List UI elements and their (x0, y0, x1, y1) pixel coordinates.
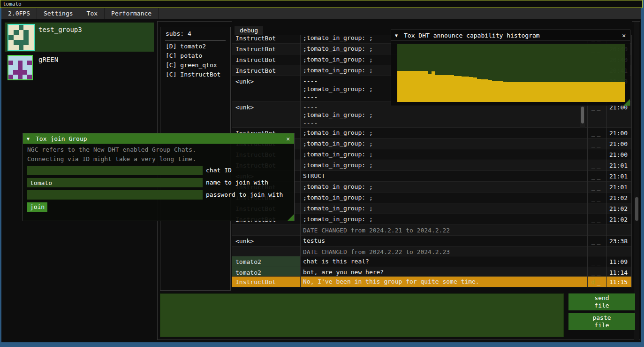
status-flag: _ (597, 194, 603, 201)
avatar-pixel (14, 25, 19, 30)
histogram-bar (488, 80, 492, 102)
histogram-bar (594, 82, 598, 102)
histogram-bar (523, 82, 526, 102)
histogram-bar (401, 71, 405, 102)
avatar-pixel (8, 25, 14, 30)
histogram-bar (564, 82, 568, 102)
chat-scrollbar[interactable] (634, 22, 639, 340)
menu-item-settings[interactable]: Settings (37, 8, 80, 19)
chat-scrollbar-thumb[interactable] (635, 197, 638, 221)
member-item[interactable]: [C] green_qtox (166, 61, 217, 70)
member-item[interactable]: [C] potato (166, 51, 202, 61)
avatar-pixel (18, 56, 23, 61)
histogram-bar (397, 71, 401, 102)
date-change-row[interactable]: DATE CHANGED from 2024.2.21 to 2024.2.22 (232, 225, 632, 236)
avatar-pixel (29, 40, 34, 45)
histogram-bar (503, 82, 507, 102)
message-text: STRUCT (300, 171, 587, 181)
collapse-arrow-icon[interactable]: ▼ (395, 33, 398, 38)
paste-file-button[interactable]: paste file (568, 313, 635, 330)
histogram-bar (485, 79, 488, 102)
message-status-flags: d_ (587, 277, 606, 287)
join-button[interactable]: join (27, 202, 47, 212)
message-status-flags: __ (587, 236, 606, 246)
histogram-bar (591, 82, 594, 102)
avatar-pixel (13, 65, 18, 70)
join-field-name-to-join-with[interactable] (27, 178, 203, 187)
message-sender: tomato2 (232, 256, 300, 267)
menu-item-tox[interactable]: Tox (80, 8, 105, 19)
chat-message-row[interactable]: <unk>testus__23:38 (232, 236, 632, 247)
message-text: ;tomato_in_group: ; (300, 160, 587, 170)
avatar-pixel (19, 45, 24, 50)
close-icon[interactable]: ✕ (622, 32, 626, 39)
status-flag: d (591, 278, 597, 285)
message-input[interactable] (160, 293, 564, 337)
join-field-chat-ID[interactable] (27, 166, 203, 175)
dht-histogram-title-bar[interactable]: ▼ Tox DHT announce capability histogram … (391, 30, 630, 41)
chat-message-row[interactable]: tomato2bot, are you new here?__11:14 (232, 267, 632, 277)
send-file-button[interactable]: send file (568, 293, 635, 310)
avatar-pixel (14, 45, 19, 50)
histogram-bar (538, 82, 541, 102)
histogram-bar (477, 79, 481, 102)
date-change-row[interactable]: DATE CHANGED from 2024.2.22 to 2024.2.23 (232, 247, 632, 256)
histogram-bar (609, 82, 613, 102)
member-item[interactable]: [D] tomato2 (166, 42, 206, 51)
subs-count-label: subs: 4 (166, 30, 191, 37)
group-avatar (8, 24, 35, 51)
avatar-pixel (14, 40, 19, 45)
status-flag: _ (597, 130, 603, 137)
tab-debug[interactable]: debug (235, 26, 263, 35)
histogram-bar (549, 82, 553, 102)
avatar-pixel (23, 65, 27, 70)
avatar-pixel (8, 75, 13, 79)
join-field-label: chat ID (206, 166, 232, 175)
status-flag: _ (591, 194, 597, 201)
avatar-pixel (8, 65, 13, 70)
chat-message-row[interactable]: <unk>---- ;tomato_in_group: ; ----__21:0… (232, 102, 632, 128)
chat-message-row[interactable]: tomato2chat is this real?__11:09 (232, 256, 632, 267)
message-status-flags: __ (587, 267, 606, 276)
window-title-bar[interactable]: tomato (0, 0, 643, 8)
avatar-pixel (14, 35, 19, 40)
join-group-title: Tox join Group (36, 135, 87, 142)
message-sender: InstructBot (232, 54, 300, 65)
group-avatar (8, 55, 33, 80)
status-flag: _ (597, 238, 603, 245)
message-text: ;tomato_in_group: ; (300, 193, 587, 203)
histogram-bar (606, 82, 609, 102)
avatar-pixel (23, 61, 27, 65)
histogram-plot (397, 44, 625, 102)
menu-item-performance[interactable]: Performance (105, 8, 159, 19)
resize-grip-icon[interactable] (623, 99, 630, 106)
collapse-arrow-icon[interactable]: ▼ (27, 136, 30, 141)
avatar-pixel (29, 45, 34, 50)
join-field-label: name to join with (206, 178, 268, 187)
message-sender: InstructBot (232, 65, 300, 76)
message-sender: tomato2 (232, 267, 300, 276)
chat-message-row[interactable]: InstructBotNo, I've been in this group f… (232, 277, 632, 287)
histogram-bar (420, 71, 424, 102)
histogram-bar (576, 82, 579, 102)
status-flag: _ (591, 258, 597, 265)
message-status-flags: __ (587, 160, 606, 170)
message-cell-scrollbar-thumb[interactable] (581, 107, 584, 123)
histogram-bar (481, 79, 485, 102)
status-flag: _ (591, 269, 597, 276)
histogram-bar (496, 81, 500, 102)
member-item[interactable]: [C] InstructBot (166, 70, 220, 79)
join-group-title-bar[interactable]: ▼ Tox join Group ✕ (23, 133, 294, 144)
resize-grip-icon[interactable] (288, 214, 294, 221)
histogram-bar (507, 82, 511, 102)
join-field-password-to-join-with[interactable] (27, 190, 203, 200)
message-cell-scrollbar[interactable] (580, 105, 585, 128)
avatar-pixel (27, 61, 32, 65)
histogram-bar (579, 82, 583, 102)
histogram-bar (469, 77, 473, 102)
message-sender: InstructBot (232, 44, 300, 54)
message-status-flags: __ (587, 149, 606, 160)
message-text: ;tomato_in_group: ; (300, 182, 587, 192)
message-status-flags: __ (587, 193, 606, 203)
close-icon[interactable]: ✕ (286, 135, 290, 142)
